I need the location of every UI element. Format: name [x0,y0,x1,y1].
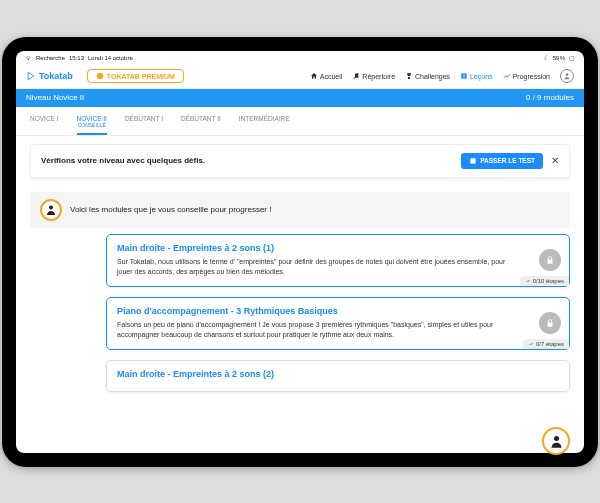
nav-label: Répertoire [362,73,395,80]
svg-point-5 [49,205,53,209]
module-card[interactable]: Piano d'accompagnement - 3 Rythmiques Ba… [106,297,570,350]
verify-banner: Vérifions votre niveau avec quelques déf… [30,144,570,178]
tab-debutant1[interactable]: DÉBUTANT I [125,111,163,135]
module-title: Main droite - Empreintes à 2 sons (1) [117,243,559,253]
status-time: 15:13 [69,55,84,61]
crescent-icon: ☾ [544,54,549,61]
tab-novice1[interactable]: NOVICE I [30,111,59,135]
svg-point-3 [566,73,569,76]
status-date: Lundi 14 octobre [88,55,133,61]
lock-icon [539,312,561,334]
status-bar: ᯤ Recherche 15:13 Lundi 14 octobre ☾ 59 … [16,51,584,65]
verify-text: Vérifions votre niveau avec quelques déf… [41,156,205,165]
tab-intermediaire[interactable]: INTERMÉDIAIRE [239,111,290,135]
close-icon[interactable]: ✕ [551,155,559,166]
module-title: Main droite - Empreintes à 2 sons (2) [117,369,559,379]
svg-point-0 [97,73,104,80]
nav-label: Progression [513,73,550,80]
logo-text: Tokatab [39,71,73,81]
level-progress: 0 / 9 modules [526,93,574,102]
wifi-icon: ᯤ [26,55,32,61]
module-desc: Faisons un peu de piano d'accompagnement… [117,320,559,341]
module-desc: Sur Tokatab, nous utilisons le terme d' … [117,257,559,278]
module-card[interactable]: Main droite - Empreintes à 2 sons (2) [106,360,570,392]
main-nav: Tokatab TOKATAB PREMIUM Accueil Répertoi… [16,65,584,89]
advice-text: Voici les modules que je vous conseille … [70,205,271,214]
tab-debutant2[interactable]: DÉBUTANT II [181,111,221,135]
nav-lecons[interactable]: Leçons [460,72,493,80]
advice-banner: Voici les modules que je vous conseille … [30,192,570,228]
help-fab[interactable] [542,427,570,455]
level-bar: Niveau Novice II 0 / 9 modules [16,89,584,107]
nav-accueil[interactable]: Accueil [310,72,343,80]
module-card[interactable]: Main droite - Empreintes à 2 sons (1) Su… [106,234,570,287]
nav-label: Accueil [320,73,343,80]
svg-rect-4 [471,158,476,163]
level-tabs: NOVICE I NOVICE II CONSEILLÉ DÉBUTANT I … [16,107,584,136]
tablet-frame: ᯤ Recherche 15:13 Lundi 14 octobre ☾ 59 … [2,37,598,467]
nav-challenges[interactable]: Challenges [405,72,450,80]
premium-button[interactable]: TOKATAB PREMIUM [87,69,184,83]
search-label: Recherche [36,55,65,61]
nav-label: Leçons [470,73,493,80]
nav-label: Challenges [415,73,450,80]
modules-list: Main droite - Empreintes à 2 sons (1) Su… [16,234,584,453]
battery-icon: ▢ [569,54,575,61]
lock-icon [539,249,561,271]
nav-repertoire[interactable]: Répertoire [352,72,395,80]
module-title: Piano d'accompagnement - 3 Rythmiques Ba… [117,306,559,316]
advisor-avatar-icon [40,199,62,221]
svg-point-6 [554,435,559,440]
steps-badge: 0/10 étapes [520,276,569,286]
premium-label: TOKATAB PREMIUM [107,73,175,80]
logo[interactable]: Tokatab [26,71,73,81]
level-title: Niveau Novice II [26,93,84,102]
svg-point-1 [354,77,355,78]
battery-level: 59 % [553,55,565,61]
svg-point-2 [357,77,358,78]
steps-badge: 0/7 étapes [523,339,569,349]
tab-novice2[interactable]: NOVICE II CONSEILLÉ [77,111,107,135]
nav-progression[interactable]: Progression [503,72,550,80]
profile-icon[interactable] [560,69,574,83]
pass-test-button[interactable]: PASSER LE TEST [461,153,543,169]
screen: ᯤ Recherche 15:13 Lundi 14 octobre ☾ 59 … [16,51,584,453]
test-button-label: PASSER LE TEST [480,157,535,164]
